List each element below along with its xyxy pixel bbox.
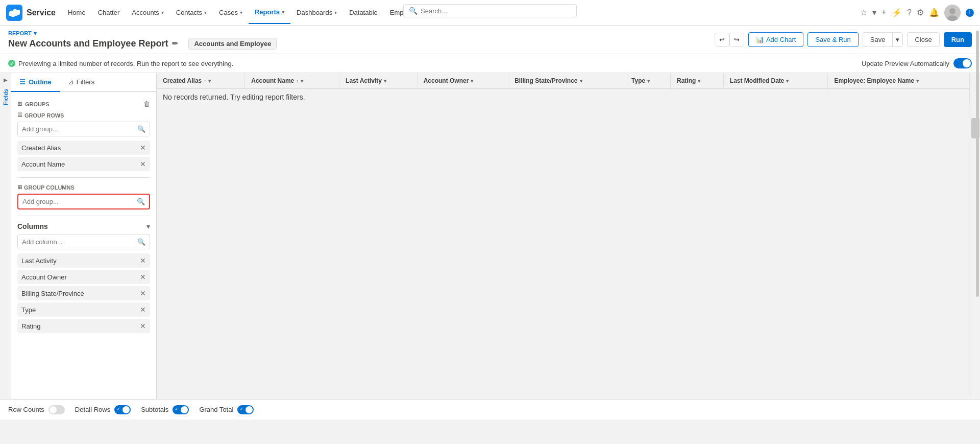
avatar[interactable]: [944, 5, 961, 21]
top-nav-right: ☆ ▾ + ⚡ ? ⚙ 🔔 i: [860, 5, 974, 21]
tab-filters[interactable]: ⊿ Filters: [60, 73, 103, 91]
preview-bar: ✓ Previewing a limited number of records…: [0, 54, 980, 73]
filter-icon[interactable]: ▾: [580, 78, 582, 84]
filter-icon[interactable]: ▾: [384, 78, 386, 84]
report-dropdown-icon[interactable]: ▾: [34, 30, 37, 37]
fields-panel: ▶ Fields: [0, 73, 11, 399]
save-group: Save ▾: [863, 32, 903, 47]
grand-total-toggle[interactable]: ✓: [237, 405, 254, 414]
th-type[interactable]: Type ▾: [625, 73, 671, 89]
search-bar: 🔍: [403, 4, 577, 17]
detail-rows-toggle[interactable]: ✓: [114, 405, 131, 414]
remove-created-alias[interactable]: ✕: [140, 144, 146, 152]
group-row-account-name[interactable]: Account Name ✕: [17, 157, 150, 171]
nav-reports[interactable]: Reports ▾: [249, 2, 290, 24]
columns-dropdown-icon[interactable]: ▾: [146, 222, 150, 230]
nav-home[interactable]: Home: [62, 2, 92, 24]
run-button[interactable]: Run: [944, 32, 972, 47]
dropdown-icon[interactable]: ▾: [872, 8, 876, 17]
filter-icon[interactable]: ▾: [786, 78, 789, 84]
column-last-activity[interactable]: Last Activity ✕: [17, 253, 150, 268]
filter-icon: ⊿: [68, 78, 74, 86]
sort-up-icon: ↑: [204, 78, 206, 84]
subtotals-group: Subtotals ✓: [141, 405, 189, 414]
save-button[interactable]: Save: [863, 32, 893, 47]
th-created-alias[interactable]: Created Alias ↑ ▾: [157, 73, 245, 89]
settings-icon[interactable]: ⚙: [917, 8, 924, 17]
add-chart-button[interactable]: 📊 Add Chart: [748, 32, 804, 47]
row-counts-toggle[interactable]: [48, 405, 65, 414]
th-account-owner[interactable]: Account Owner ▾: [417, 73, 508, 89]
th-employee-name[interactable]: Employee: Employee Name ▾: [828, 73, 970, 89]
remove-last-activity[interactable]: ✕: [140, 256, 146, 265]
auto-preview-toggle[interactable]: [953, 58, 972, 68]
th-rating[interactable]: Rating ▾: [671, 73, 724, 89]
undo-button[interactable]: ↩: [715, 33, 729, 46]
save-run-button[interactable]: Save & Run: [807, 32, 858, 47]
nav-datatable[interactable]: Datatable: [343, 2, 384, 24]
outline-icon: ☰: [19, 78, 26, 86]
group-row-created-alias[interactable]: Created Alias ✕: [17, 141, 150, 155]
nav-contacts[interactable]: Contacts ▾: [170, 2, 213, 24]
add-group-rows-input[interactable]: [18, 122, 150, 136]
table-header-row: Created Alias ↑ ▾ Account Name ↑ ▾: [157, 73, 970, 89]
th-account-name[interactable]: Account Name ↑ ▾: [245, 73, 339, 89]
alert-icon[interactable]: ⚡: [892, 8, 902, 17]
column-billing-state[interactable]: Billing State/Province ✕: [17, 286, 150, 300]
subtotals-toggle[interactable]: ✓: [173, 405, 189, 414]
close-button[interactable]: Close: [907, 32, 939, 47]
column-type[interactable]: Type ✕: [17, 302, 150, 317]
th-last-modified-date[interactable]: Last Modified Date ▾: [723, 73, 828, 89]
collapse-icon[interactable]: ▶: [4, 77, 8, 83]
remove-rating[interactable]: ✕: [140, 322, 146, 330]
remove-billing-state[interactable]: ✕: [140, 289, 146, 297]
redo-button[interactable]: ↪: [729, 33, 744, 46]
remove-account-owner[interactable]: ✕: [140, 273, 146, 281]
filter-icon[interactable]: ▾: [647, 78, 650, 84]
search-input[interactable]: [421, 7, 571, 15]
filter-icon[interactable]: ▾: [698, 78, 700, 84]
edit-icon[interactable]: ✏: [172, 39, 178, 48]
column-account-owner[interactable]: Account Owner ✕: [17, 270, 150, 284]
add-column-input[interactable]: [18, 235, 150, 249]
star-icon[interactable]: ☆: [860, 8, 867, 17]
sidebar-tabs: ☰ Outline ⊿ Filters: [11, 73, 156, 92]
columns-header: Columns ▾: [17, 222, 150, 230]
salesforce-logo[interactable]: [6, 5, 22, 21]
add-icon[interactable]: +: [881, 7, 887, 18]
nav-accounts[interactable]: Accounts ▾: [126, 2, 169, 24]
search-icon: 🔍: [137, 125, 145, 133]
undo-redo-group: ↩ ↪: [715, 33, 744, 46]
remove-account-name[interactable]: ✕: [140, 160, 146, 168]
save-dropdown-button[interactable]: ▾: [892, 32, 903, 47]
group-columns-label: ⊞ GROUP COLUMNS: [17, 184, 150, 191]
rows-icon: ☰: [17, 112, 22, 119]
tab-outline[interactable]: ☰ Outline: [11, 73, 60, 92]
bell-icon[interactable]: 🔔: [929, 8, 939, 17]
column-rating[interactable]: Rating ✕: [17, 319, 150, 333]
nav-chatter[interactable]: Chatter: [92, 2, 126, 24]
sidebar-content: ⊞ GROUPS 🗑 ☰ GROUP ROWS 🔍 Created Alias: [11, 92, 156, 399]
add-group-columns-input[interactable]: [18, 195, 149, 208]
filter-icon[interactable]: ▾: [471, 78, 473, 84]
nav-cases[interactable]: Cases ▾: [213, 2, 249, 24]
group-rows-label: ☰ GROUP ROWS: [17, 112, 150, 119]
sidebar-scroll: ⊞ GROUPS 🗑 ☰ GROUP ROWS 🔍 Created Alias: [11, 92, 156, 399]
filter-icon[interactable]: ▾: [301, 78, 303, 84]
fields-label[interactable]: Fields: [3, 89, 9, 105]
report-table: Created Alias ↑ ▾ Account Name ↑ ▾: [157, 73, 970, 105]
report-title: New Accounts and Employee Report ✏ Accou…: [8, 38, 277, 50]
groups-title: ⊞ GROUPS: [17, 101, 50, 107]
add-column-wrapper: 🔍: [17, 235, 150, 249]
bottom-bar: Row Counts Detail Rows ✓ Subtotals ✓ Gra…: [0, 399, 980, 419]
remove-type[interactable]: ✕: [140, 306, 146, 314]
search-icon: 🔍: [409, 7, 418, 15]
delete-icon[interactable]: 🗑: [143, 100, 150, 108]
nav-dashboards[interactable]: Dashboards ▾: [290, 2, 343, 24]
filter-icon[interactable]: ▾: [208, 78, 211, 84]
th-last-activity[interactable]: Last Activity ▾: [339, 73, 418, 89]
filter-icon[interactable]: ▾: [916, 78, 919, 84]
help-icon[interactable]: ?: [907, 8, 912, 17]
th-billing-state[interactable]: Billing State/Province ▾: [508, 73, 625, 89]
svg-point-1: [949, 8, 955, 14]
